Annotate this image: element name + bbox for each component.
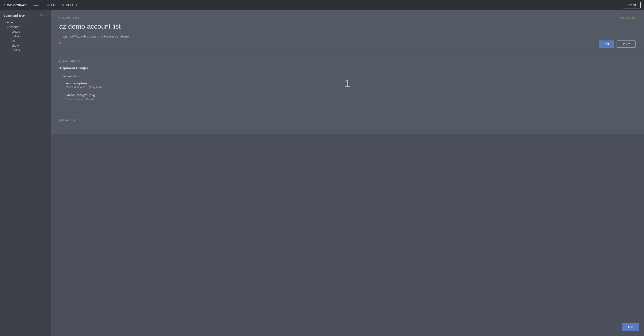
argument-meta-subscription: /SubscriptionId/ [Required] <box>66 86 636 89</box>
add-button[interactable]: Add <box>622 323 639 331</box>
main-layout: Command Tree ↻ + ▾ demo ▾ account create… <box>0 10 644 336</box>
tree-label-show: show <box>12 44 19 47</box>
argument-meta-resource-group: /ResourceGroupName/ <box>66 98 636 101</box>
sidebar-item-delete[interactable]: delete <box>0 34 51 38</box>
command-delete-button[interactable]: Delete <box>616 40 636 48</box>
argument-required-subscription: [Required] <box>89 86 102 89</box>
demo-label: demo <box>32 3 40 7</box>
argument-section: [ ARGUMENT ] 1 Argument Groups Default G… <box>51 54 644 113</box>
argument-tag: [ ARGUMENT ] <box>59 60 636 63</box>
tree-label-list: list <box>12 39 16 42</box>
command-actions: Edit Delete <box>599 40 636 48</box>
tree-label-update: update <box>12 48 21 52</box>
argument-path-subscription: /SubscriptionId/ <box>66 86 85 89</box>
tree-label-create: create <box>12 30 20 33</box>
refresh-icon[interactable]: ↻ <box>40 13 43 17</box>
home-icon: ⌂ <box>4 3 6 7</box>
workspace-label: WORKSPACE <box>7 3 28 7</box>
command-section: [ COMMAND ] v2021-02-01 az demo account … <box>51 10 644 54</box>
command-title: az demo account list <box>59 22 636 30</box>
edit-label: EDIT <box>51 3 58 7</box>
sidebar: Command Tree ↻ + ▾ demo ▾ account create… <box>0 10 51 336</box>
sidebar-icons: ↻ + <box>40 13 47 17</box>
chevron-icon: ▾ <box>4 21 5 24</box>
command-description: List all Maps Accounts in a Resource Gro… <box>59 34 636 38</box>
command-tag: [ COMMAND ] <box>59 16 636 19</box>
nav-right: Export <box>623 2 640 8</box>
sidebar-item-create[interactable]: create <box>0 29 51 34</box>
nav-actions: ✏ EDIT 🗑 DELETE <box>47 3 78 7</box>
sidebar-item-update[interactable]: update <box>0 48 51 52</box>
delete-action[interactable]: 🗑 DELETE <box>62 3 78 7</box>
tree-label-demo: demo <box>6 21 13 24</box>
argument-name-resource-group: --resource-group -g <box>66 93 636 97</box>
red-dot-indicator <box>59 42 62 44</box>
tree-label-delete: delete <box>12 34 20 38</box>
argument-number: 1 <box>344 78 350 89</box>
command-edit-button[interactable]: Edit <box>599 40 614 48</box>
top-nav: ⌂ WORKSPACE demo ✏ EDIT 🗑 DELETE Export <box>0 0 644 10</box>
export-button[interactable]: Export <box>623 2 640 8</box>
delete-label: DELETE <box>66 3 78 7</box>
add-icon[interactable]: + <box>45 13 47 17</box>
argument-item-resource-group: --resource-group -g /ResourceGroupName/ <box>59 93 636 101</box>
argument-groups-title: Argument Groups <box>59 66 636 70</box>
sidebar-title: Command Tree <box>4 14 25 17</box>
tree-label-account: account <box>9 25 19 29</box>
brand[interactable]: ⌂ WORKSPACE <box>4 3 28 7</box>
example-section: [ EXAMPLE ] <box>51 113 644 134</box>
version-label: v2021-02-01 <box>619 16 636 19</box>
sidebar-header: Command Tree ↻ + <box>0 13 51 20</box>
chevron-icon: ▾ <box>7 26 8 28</box>
sidebar-item-demo[interactable]: ▾ demo <box>0 20 51 25</box>
trash-icon: 🗑 <box>62 3 65 7</box>
pencil-icon: ✏ <box>47 3 50 7</box>
sidebar-item-show[interactable]: show <box>0 43 51 48</box>
sidebar-item-list[interactable]: list <box>0 38 51 43</box>
edit-action[interactable]: ✏ EDIT <box>47 3 58 7</box>
argument-path-resource-group: /ResourceGroupName/ <box>66 98 94 101</box>
sidebar-item-account[interactable]: ▾ account <box>0 25 51 29</box>
content-area: [ COMMAND ] v2021-02-01 az demo account … <box>51 10 644 336</box>
argument-name-subscription: --subscription <box>66 81 636 85</box>
example-tag: [ EXAMPLE ] <box>59 119 636 122</box>
